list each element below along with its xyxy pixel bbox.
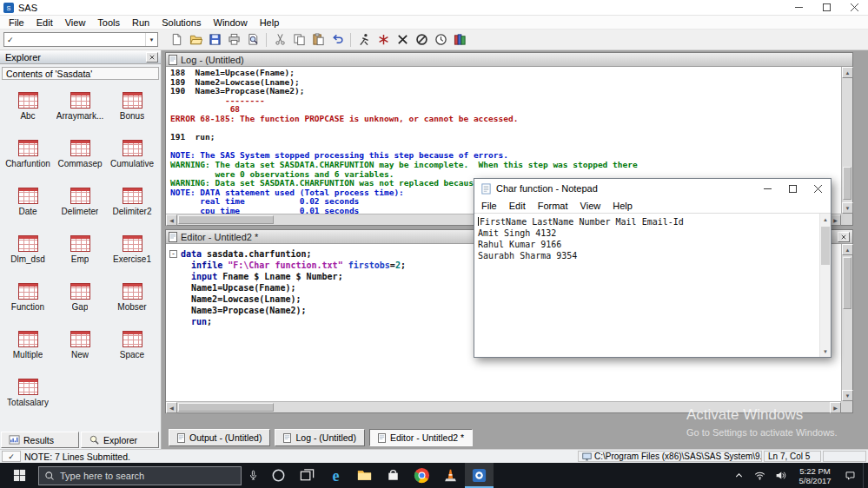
- explorer-item[interactable]: Function: [2, 280, 54, 328]
- menu-window[interactable]: Window: [208, 16, 254, 29]
- scroll-right-icon[interactable]: ▶: [830, 402, 841, 413]
- notepad-menu-edit[interactable]: Edit: [503, 201, 532, 211]
- explorer-close-icon[interactable]: [146, 52, 158, 63]
- maximize-icon[interactable]: [812, 0, 840, 15]
- command-dropdown-icon[interactable]: ▼: [145, 33, 157, 46]
- taskbar-task-view-icon[interactable]: [293, 463, 321, 488]
- notepad-menu-help[interactable]: Help: [606, 201, 639, 211]
- notepad-vertical-scrollbar[interactable]: ▲ ▼: [819, 214, 831, 357]
- menu-solutions[interactable]: Solutions: [156, 16, 207, 29]
- taskbar-file-explorer-icon[interactable]: [350, 463, 379, 488]
- notepad-menu-view[interactable]: View: [574, 201, 607, 211]
- explorer-item[interactable]: Cumulative: [106, 137, 158, 185]
- taskbar-store-icon[interactable]: [379, 463, 407, 488]
- scroll-left-icon[interactable]: ◀: [166, 402, 177, 413]
- editor-horizontal-scrollbar[interactable]: ◀ ▶: [166, 401, 841, 412]
- taskbar-chrome-icon[interactable]: [407, 463, 436, 488]
- menu-view[interactable]: View: [59, 16, 92, 29]
- menu-run[interactable]: Run: [126, 16, 156, 29]
- log-vertical-scrollbar[interactable]: ▲ ▼: [841, 67, 852, 214]
- minimize-icon[interactable]: [785, 0, 812, 15]
- command-bar[interactable]: ✓ ▼: [3, 32, 158, 47]
- explorer-item[interactable]: New: [54, 328, 106, 376]
- submit-program-icon[interactable]: [354, 31, 374, 49]
- paste-icon[interactable]: [308, 31, 328, 49]
- scroll-down-icon[interactable]: ▼: [842, 202, 853, 214]
- scroll-thumb[interactable]: [843, 167, 851, 200]
- editor-vertical-scrollbar[interactable]: ▲ ▼: [841, 244, 852, 401]
- panel-tab-explorer[interactable]: Explorer: [81, 432, 159, 448]
- explorer-item[interactable]: Delimeter: [54, 185, 106, 233]
- notifications-icon[interactable]: [839, 463, 860, 488]
- new-document-icon[interactable]: [167, 31, 186, 49]
- explorer-item[interactable]: Commasep: [54, 137, 106, 185]
- explorer-item[interactable]: Bonus: [106, 89, 158, 137]
- explorer-item[interactable]: Charfuntion: [2, 137, 54, 185]
- tray-tray-expand-icon[interactable]: [728, 463, 749, 488]
- close-icon[interactable]: [840, 0, 868, 15]
- explorer-item[interactable]: Date: [2, 185, 54, 233]
- window-tab[interactable]: Editor - Untitled2 *: [369, 429, 473, 446]
- maximize-icon[interactable]: [780, 179, 805, 198]
- show-desktop-button[interactable]: [863, 463, 868, 488]
- start-button[interactable]: [0, 463, 38, 488]
- explorer-item[interactable]: Arraymark...: [54, 89, 106, 137]
- help-books-icon[interactable]: [450, 31, 469, 49]
- scroll-left-icon[interactable]: ◀: [166, 214, 177, 226]
- new-library-icon[interactable]: [374, 31, 393, 49]
- panel-tab-results[interactable]: Results: [1, 432, 79, 448]
- notepad-menu-format[interactable]: Format: [532, 201, 574, 211]
- notepad-text-area[interactable]: FirstName LastName Number Mail Email-IdA…: [474, 214, 819, 357]
- explorer-item[interactable]: Gap: [54, 280, 106, 328]
- microphone-icon[interactable]: [242, 463, 264, 488]
- editor-close-icon[interactable]: [838, 232, 850, 242]
- collapse-icon[interactable]: -: [169, 250, 177, 258]
- notepad-menu-file[interactable]: File: [475, 201, 503, 211]
- close-icon[interactable]: [805, 179, 831, 198]
- scroll-thumb[interactable]: [178, 403, 274, 412]
- taskbar-cortana-icon[interactable]: [264, 463, 293, 488]
- taskbar-vlc-icon[interactable]: [436, 463, 465, 488]
- history-icon[interactable]: [431, 31, 450, 49]
- minimize-icon[interactable]: [755, 179, 780, 198]
- menu-edit[interactable]: Edit: [30, 16, 59, 29]
- explorer-item[interactable]: Multiple: [2, 328, 54, 376]
- copy-icon[interactable]: [289, 31, 308, 49]
- scroll-up-icon[interactable]: ▲: [820, 214, 831, 225]
- break-icon[interactable]: [412, 31, 431, 49]
- menu-help[interactable]: Help: [254, 16, 286, 29]
- explorer-item[interactable]: Exercise1: [106, 233, 158, 280]
- scroll-down-icon[interactable]: ▼: [842, 390, 853, 401]
- explorer-item[interactable]: Space: [106, 328, 158, 376]
- explorer-item[interactable]: Delimiter2: [106, 185, 158, 233]
- explorer-item[interactable]: Dlm_dsd: [2, 233, 54, 280]
- cut-icon[interactable]: [270, 31, 289, 49]
- explorer-item[interactable]: Emp: [54, 233, 106, 280]
- taskbar-sas-app-icon[interactable]: [465, 463, 494, 488]
- print-icon[interactable]: [224, 31, 243, 49]
- command-input[interactable]: [17, 33, 145, 46]
- scroll-thumb[interactable]: [821, 227, 830, 265]
- print-preview-icon[interactable]: [243, 31, 262, 49]
- explorer-item[interactable]: Mobser: [106, 280, 158, 328]
- taskbar-edge-icon[interactable]: e: [321, 463, 350, 488]
- scroll-down-icon[interactable]: ▼: [820, 346, 831, 357]
- window-tab[interactable]: Output - (Untitled): [169, 429, 270, 446]
- scroll-up-icon[interactable]: ▲: [842, 244, 853, 255]
- clear-all-icon[interactable]: [393, 31, 412, 49]
- save-icon[interactable]: [205, 31, 224, 49]
- window-tab[interactable]: Log - (Untitled): [275, 429, 364, 446]
- taskbar-search-box[interactable]: Type here to search: [38, 466, 242, 485]
- scroll-thumb[interactable]: [178, 215, 274, 224]
- undo-icon[interactable]: [328, 31, 347, 49]
- explorer-item[interactable]: Abc: [2, 89, 54, 137]
- menu-file[interactable]: File: [3, 16, 30, 29]
- log-window-title-bar[interactable]: Log - (Untitled): [166, 53, 852, 67]
- scroll-up-icon[interactable]: ▲: [842, 67, 853, 78]
- notepad-title-bar[interactable]: Char function - Notepad: [474, 179, 831, 198]
- scroll-thumb[interactable]: [843, 257, 851, 309]
- open-folder-icon[interactable]: [186, 31, 205, 49]
- taskbar-clock[interactable]: 5:22 PM 5/8/2017: [791, 466, 839, 485]
- menu-tools[interactable]: Tools: [91, 16, 126, 29]
- explorer-item[interactable]: Totalsalary: [2, 376, 54, 424]
